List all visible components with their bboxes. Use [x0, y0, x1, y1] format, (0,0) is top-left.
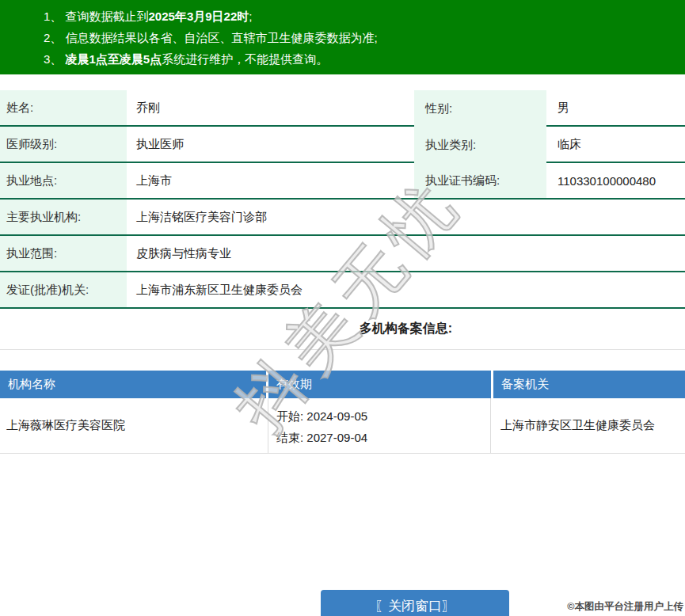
upload-credit-watermark: ©本图由平台注册用户上传 [567, 600, 683, 614]
practice-scope-label: 执业范围: [0, 236, 127, 272]
info-row-practice-scope: 执业范围: 皮肤病与性病专业 [0, 236, 685, 272]
notice-1-post: ; [249, 10, 252, 23]
notice-1-text: 1、 查询数据截止到 [44, 10, 149, 23]
license-query-result-page: 1、 查询数据截止到2025年3月9日22时; 2、 信息数据结果以各省、自治区… [0, 0, 685, 616]
filing-table: 机构名称 有效期 备案机关 上海薇琳医疗美容医院 开始: 2024-09-05 … [0, 371, 685, 454]
main-institution-value: 上海洁铭医疗美容门诊部 [127, 200, 685, 236]
issuing-authority-label: 发证(批准)机关: [0, 272, 127, 309]
practice-category-label: 执业类别: [414, 127, 546, 163]
main-institution-label: 主要执业机构: [0, 200, 127, 236]
validity-start: 开始: 2024-09-05 [276, 405, 490, 427]
validity-end-date: 2027-09-04 [306, 431, 367, 444]
gender-value: 男 [546, 90, 685, 127]
practice-scope-value: 皮肤病与性病专业 [127, 236, 685, 272]
filing-table-header: 机构名称 有效期 备案机关 [0, 371, 685, 398]
filing-authority-cell: 上海市静安区卫生健康委员会 [491, 398, 685, 453]
validity-cell: 开始: 2024-09-05 结束: 2027-09-04 [268, 398, 491, 453]
practice-category-value: 临床 [546, 127, 685, 163]
name-value: 乔刚 [127, 90, 414, 127]
org-name-cell: 上海薇琳医疗美容医院 [0, 398, 268, 453]
validity-start-date: 2024-09-05 [306, 409, 367, 423]
notice-line-3: 3、 凌晨1点至凌晨5点系统进行维护，不能提供查询。 [44, 48, 669, 70]
notice-1-bold: 2025年3月9日22时 [149, 10, 249, 23]
practice-location-label: 执业地点: [0, 163, 127, 200]
gender-label: 性别: [414, 90, 546, 127]
filing-table-row: 上海薇琳医疗美容医院 开始: 2024-09-05 结束: 2027-09-04… [0, 398, 685, 454]
certificate-number-label: 执业证书编码: [414, 163, 546, 200]
info-row-location-certno: 执业地点: 上海市 执业证书编码: 110330100000480 [0, 163, 685, 200]
info-row-issuing-authority: 发证(批准)机关: 上海市浦东新区卫生健康委员会 [0, 272, 685, 309]
certificate-number-value: 110330100000480 [546, 163, 685, 200]
multi-org-filing-title: 多机构备案信息: [360, 321, 452, 337]
notice-banner: 1、 查询数据截止到2025年3月9日22时; 2、 信息数据结果以各省、自治区… [0, 0, 685, 74]
info-row-level-category: 医师级别: 执业医师 执业类别: 临床 [0, 127, 685, 163]
close-window-button[interactable]: 〖关闭窗口〗 [321, 590, 509, 616]
notice-3-post: 系统进行维护，不能提供查询。 [162, 52, 328, 66]
col-header-filing-authority: 备案机关 [493, 371, 685, 398]
col-header-validity: 有效期 [268, 371, 491, 398]
doctor-level-label: 医师级别: [0, 127, 127, 163]
practitioner-info-table: 姓名: 乔刚 性别: 男 医师级别: 执业医师 执业类别: 临床 执业地点: 上… [0, 90, 685, 309]
validity-start-label: 开始: [276, 409, 303, 423]
doctor-level-value: 执业医师 [127, 127, 414, 163]
info-row-main-institution: 主要执业机构: 上海洁铭医疗美容门诊部 [0, 200, 685, 236]
col-header-org-name: 机构名称 [0, 371, 266, 398]
multi-org-filing-section: 多机构备案信息: [0, 309, 685, 350]
practice-location-value: 上海市 [127, 163, 414, 200]
validity-end-label: 结束: [276, 431, 303, 444]
notice-line-2: 2、 信息数据结果以各省、自治区、直辖市卫生健康委数据为准; [44, 27, 669, 48]
notice-2-text: 2、 信息数据结果以各省、自治区、直辖市卫生健康委数据为准; [44, 31, 378, 44]
validity-end: 结束: 2027-09-04 [276, 427, 490, 448]
notice-line-1: 1、 查询数据截止到2025年3月9日22时; [44, 6, 669, 27]
notice-3-text: 3、 [44, 52, 66, 66]
info-row-name-gender: 姓名: 乔刚 性别: 男 [0, 90, 685, 127]
issuing-authority-value: 上海市浦东新区卫生健康委员会 [127, 272, 685, 309]
name-label: 姓名: [0, 90, 127, 127]
notice-3-bold: 凌晨1点至凌晨5点 [66, 52, 162, 66]
